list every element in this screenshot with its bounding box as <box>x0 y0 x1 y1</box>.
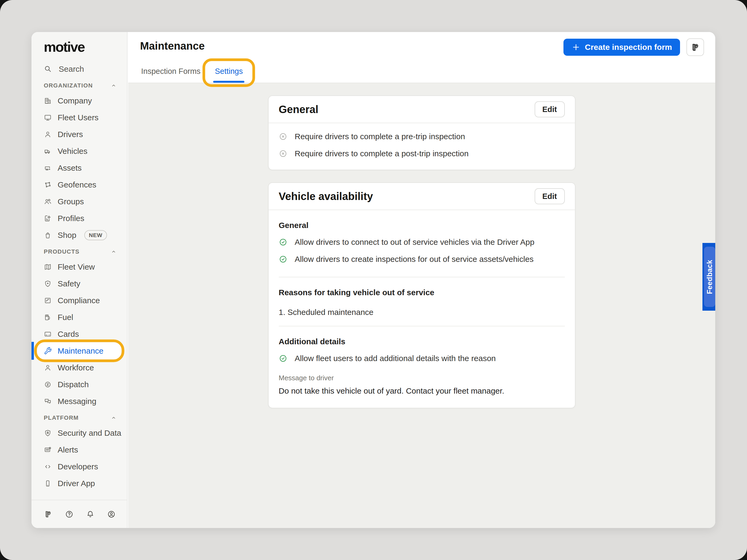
sidebar-item-label: Drivers <box>58 130 83 139</box>
map-icon <box>44 263 52 271</box>
active-tab-underline <box>213 81 244 83</box>
general-card-body: Require drivers to complete a pre-trip i… <box>269 123 575 169</box>
motive-logo: motive <box>44 39 84 55</box>
tab-label: Inspection Forms <box>141 67 200 76</box>
sidebar-item-fleet-view[interactable]: Fleet View <box>31 259 127 275</box>
create-inspection-form-button[interactable]: Create inspection form <box>563 39 680 56</box>
content-area: General Edit Require drivers to complete… <box>128 83 715 528</box>
section-label: ORGANIZATION <box>44 82 93 89</box>
guide-button[interactable] <box>44 510 53 519</box>
sidebar-item-workforce[interactable]: Workforce <box>31 359 127 376</box>
account-button[interactable] <box>107 510 116 519</box>
sidebar-item-drivers[interactable]: Drivers <box>31 126 127 143</box>
shield-dot-icon <box>44 280 52 288</box>
person-icon <box>44 364 52 372</box>
sidebar-item-fleet-users[interactable]: Fleet Users <box>31 109 127 126</box>
vehicle-edit-button[interactable]: Edit <box>535 188 565 204</box>
sidebar-item-alerts[interactable]: Alerts <box>31 441 127 458</box>
credit-card-icon <box>44 330 52 338</box>
chevron-up-icon <box>110 82 117 89</box>
shield-lock-icon <box>44 429 52 437</box>
setting-row-label: Allow drivers to create inspections for … <box>295 255 534 264</box>
sidebar-item-profiles[interactable]: Profiles <box>31 210 127 227</box>
fuel-pump-icon <box>44 313 52 321</box>
message-to-driver-text: Do not take this vehicle out of yard. Co… <box>279 386 565 396</box>
sidebar-item-company[interactable]: Company <box>31 92 127 109</box>
section-label: PRODUCTS <box>44 248 79 255</box>
desktop-background: motive Search ORGANIZATIONCompanyFleet U… <box>0 0 747 560</box>
wrench-icon <box>44 347 52 355</box>
sidebar-section-platform[interactable]: PLATFORM <box>31 411 127 425</box>
sidebar-search[interactable]: Search <box>44 64 84 74</box>
setting-row: Allow drivers to create inspections for … <box>279 251 565 268</box>
sidebar-item-label: Safety <box>58 279 80 288</box>
main-area: Maintenance Inspection FormsSettings Cre… <box>128 32 715 528</box>
monitor-icon <box>44 114 52 122</box>
trailer-icon <box>44 164 52 172</box>
setting-row-label: Require drivers to complete a post-trip … <box>295 149 469 158</box>
active-item-indicator <box>31 342 34 360</box>
code-icon <box>44 463 52 471</box>
sidebar-item-label: Shop <box>58 231 76 240</box>
sidebar-item-fuel[interactable]: Fuel <box>31 309 127 326</box>
tab-inspection-forms[interactable]: Inspection Forms <box>140 67 201 83</box>
sidebar-item-developers[interactable]: Developers <box>31 458 127 475</box>
shopping-bag-icon <box>44 231 52 239</box>
bell-button[interactable] <box>86 510 95 519</box>
tab-settings[interactable]: Settings <box>214 67 244 83</box>
setting-row-label: Allow fleet users to add additional deta… <box>295 354 496 363</box>
additional-details-heading: Additional details <box>279 337 565 346</box>
sidebar-item-label: Dispatch <box>58 380 89 389</box>
help-icon <box>65 510 74 519</box>
account-icon <box>107 510 116 519</box>
divider <box>279 277 565 277</box>
setting-row: Allow drivers to connect to out of servi… <box>279 234 565 251</box>
vehicle-general-rows: Allow drivers to connect to out of servi… <box>279 234 565 268</box>
sidebar-item-cards[interactable]: Cards <box>31 326 127 342</box>
sidebar-item-label: Messaging <box>58 397 96 406</box>
sidebar-item-label: Security and Data <box>58 429 121 437</box>
bell-icon <box>86 510 95 519</box>
circle-x-icon <box>279 132 287 141</box>
sidebar-item-security-and-data[interactable]: Security and Data <box>31 425 127 441</box>
sidebar-item-maintenance[interactable]: Maintenance <box>37 342 121 359</box>
sidebar-sections: ORGANIZATIONCompanyFleet UsersDriversVeh… <box>31 77 127 492</box>
sidebar-footer <box>31 500 127 528</box>
sidebar-item-safety[interactable]: Safety <box>31 275 127 292</box>
sidebar-section-organization[interactable]: ORGANIZATION <box>31 79 127 92</box>
setting-row-label: Require drivers to complete a pre-trip i… <box>295 132 465 141</box>
sidebar-item-label: Workforce <box>58 363 94 372</box>
sidebar-item-messaging[interactable]: Messaging <box>31 393 127 409</box>
help-button[interactable] <box>65 510 74 519</box>
vehicle-card-body: General Allow drivers to connect to out … <box>269 210 575 408</box>
sidebar-section-products[interactable]: PRODUCTS <box>31 245 127 259</box>
smartphone-icon <box>44 479 52 487</box>
sidebar-item-groups[interactable]: Groups <box>31 193 127 210</box>
vehicle-general-heading: General <box>279 221 565 230</box>
general-edit-button[interactable]: Edit <box>535 101 565 117</box>
setting-row: Require drivers to complete a post-trip … <box>279 145 565 162</box>
sidebar-item-shop[interactable]: ShopNEW <box>31 227 127 243</box>
sidebar-item-assets[interactable]: Assets <box>31 159 127 176</box>
sidebar-item-label: Assets <box>58 163 82 172</box>
dispatch-icon <box>44 380 52 389</box>
sidebar-item-label: Fuel <box>58 313 73 322</box>
create-button-label: Create inspection form <box>585 43 672 52</box>
guide-button[interactable] <box>687 38 704 56</box>
alerts-icon <box>44 446 52 454</box>
feedback-label: Feedback <box>706 260 714 294</box>
general-card: General Edit Require drivers to complete… <box>268 96 575 170</box>
sidebar-item-label: Cards <box>58 329 79 339</box>
sidebar-item-label: Maintenance <box>58 346 104 355</box>
sidebar-item-compliance[interactable]: Compliance <box>31 292 127 309</box>
sidebar-item-vehicles[interactable]: Vehicles <box>31 143 127 159</box>
feedback-tab[interactable]: Feedback <box>702 243 715 311</box>
sidebar-item-driver-app[interactable]: Driver App <box>31 475 127 492</box>
tab-bar: Inspection FormsSettings <box>140 67 244 83</box>
chevron-up-icon <box>110 415 117 421</box>
sidebar-item-geofences[interactable]: Geofences <box>31 176 127 193</box>
reasons-heading: Reasons for taking vehicle out of servic… <box>279 288 565 297</box>
sidebar-item-label: Vehicles <box>58 146 87 156</box>
new-badge: NEW <box>84 230 107 240</box>
sidebar-item-dispatch[interactable]: Dispatch <box>31 376 127 393</box>
